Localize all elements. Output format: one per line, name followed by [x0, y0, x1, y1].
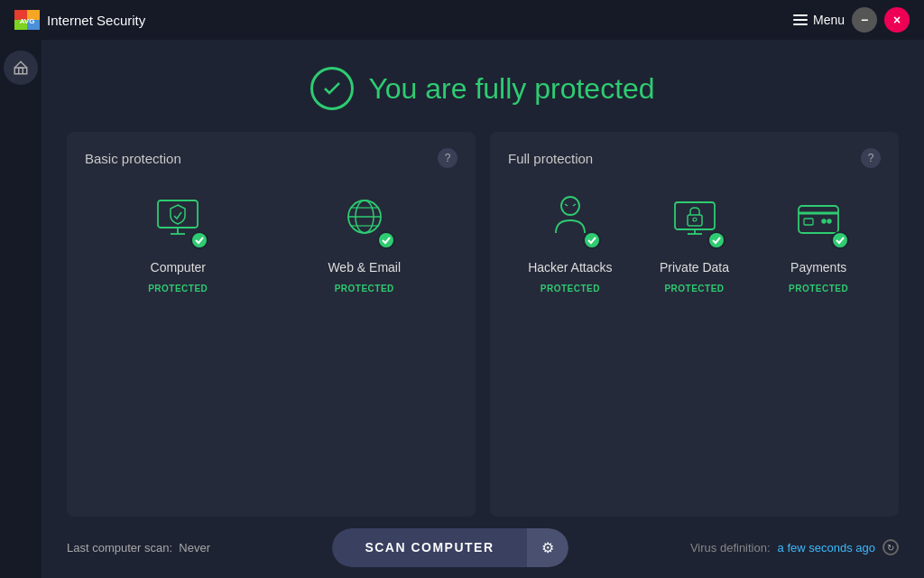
menu-button[interactable]: Menu [793, 13, 845, 27]
web-email-status: PROTECTED [335, 284, 394, 294]
virus-def-value: a few seconds ago [778, 541, 875, 555]
web-email-protection-item[interactable]: Web & Email PROTECTED [272, 186, 458, 294]
svg-rect-21 [688, 215, 702, 226]
svg-point-31 [833, 233, 847, 247]
hacker-attacks-item[interactable]: Hacker Attacks PROTECTED [508, 186, 633, 294]
gear-icon: ⚙ [541, 540, 554, 555]
app-logo: AVG Internet Security [14, 10, 145, 30]
svg-line-17 [565, 204, 568, 206]
full-card-header: Full protection ? [508, 148, 881, 168]
scan-settings-button[interactable]: ⚙ [527, 528, 568, 567]
computer-protection-item[interactable]: Computer PROTECTED [85, 186, 272, 294]
computer-icon-wrapper [145, 186, 210, 251]
checkmark-icon [321, 78, 343, 99]
svg-point-29 [822, 219, 826, 223]
web-email-status-badge [377, 231, 395, 249]
private-data-icon-wrapper [662, 186, 727, 251]
close-button[interactable]: × [884, 7, 910, 33]
main-content: You are fully protected Basic protection… [42, 40, 924, 578]
protection-status-icon [310, 67, 354, 110]
basic-help-button[interactable]: ? [438, 148, 457, 168]
titlebar: AVG Internet Security Menu − × [0, 0, 924, 40]
private-data-status-badge [707, 231, 725, 249]
refresh-button[interactable]: ↻ [882, 539, 899, 555]
home-icon [13, 60, 29, 76]
basic-protection-items: Computer PROTECTED [85, 186, 457, 294]
svg-point-25 [709, 233, 724, 247]
hacker-status-badge [583, 231, 601, 249]
private-data-item[interactable]: Private Data PROTECTED [633, 186, 757, 294]
basic-protection-card: Basic protection ? [67, 132, 476, 517]
full-card-title: Full protection [508, 151, 593, 166]
virus-definition-info: Virus definition: a few seconds ago ↻ [690, 539, 899, 555]
web-email-icon-wrapper [332, 186, 397, 251]
private-data-check-icon [708, 232, 725, 248]
app-name: Internet Security [47, 13, 145, 28]
computer-status-badge [190, 231, 208, 249]
svg-rect-28 [804, 219, 813, 225]
svg-point-15 [379, 233, 393, 247]
payments-item[interactable]: Payments PROTECTED [756, 186, 881, 294]
avg-logo-icon: AVG [14, 10, 40, 30]
protection-cards: Basic protection ? [42, 132, 924, 517]
web-email-check-icon [378, 232, 394, 248]
last-scan-info: Last computer scan: Never [67, 541, 210, 555]
scan-computer-button[interactable]: SCAN COMPUTER [332, 528, 526, 567]
protection-status-title: You are fully protected [368, 72, 654, 106]
payments-status: PROTECTED [789, 284, 848, 294]
payments-icon-wrapper [786, 186, 851, 251]
hacker-status: PROTECTED [541, 284, 600, 294]
menu-label: Menu [813, 13, 845, 27]
private-data-status: PROTECTED [664, 284, 724, 294]
hamburger-icon [793, 14, 808, 25]
full-protection-card: Full protection ? [490, 132, 899, 517]
virus-def-label: Virus definition: [690, 541, 771, 555]
sidebar-home-button[interactable] [4, 51, 38, 85]
svg-point-19 [585, 233, 599, 247]
computer-status: PROTECTED [148, 284, 208, 294]
svg-point-9 [192, 233, 207, 247]
scan-button-group: SCAN COMPUTER ⚙ [332, 528, 568, 567]
svg-point-22 [693, 218, 697, 221]
payments-label: Payments [790, 260, 846, 275]
payments-status-badge [831, 231, 849, 249]
web-email-label: Web & Email [328, 260, 401, 275]
svg-rect-5 [14, 68, 27, 74]
private-data-label: Private Data [660, 260, 729, 275]
svg-point-16 [561, 197, 579, 215]
svg-text:AVG: AVG [20, 17, 35, 25]
last-scan-value: Never [179, 541, 210, 555]
sidebar [0, 40, 42, 578]
payments-check-icon [832, 232, 848, 248]
basic-card-header: Basic protection ? [85, 148, 457, 168]
hacker-check-icon [584, 232, 600, 248]
window-controls: Menu − × [793, 7, 910, 33]
minimize-button[interactable]: − [852, 7, 877, 33]
full-protection-items: Hacker Attacks PROTECTED [508, 186, 881, 294]
full-help-button[interactable]: ? [861, 148, 881, 168]
hacker-label: Hacker Attacks [528, 260, 612, 275]
bottom-bar: Last computer scan: Never SCAN COMPUTER … [42, 517, 924, 578]
hacker-icon-wrapper [538, 186, 603, 251]
svg-point-30 [827, 219, 831, 223]
status-header: You are fully protected [42, 40, 924, 132]
computer-label: Computer [151, 260, 206, 275]
basic-card-title: Basic protection [85, 151, 181, 166]
svg-line-18 [573, 204, 576, 206]
last-scan-label: Last computer scan: [67, 541, 172, 555]
computer-check-icon [191, 232, 208, 248]
